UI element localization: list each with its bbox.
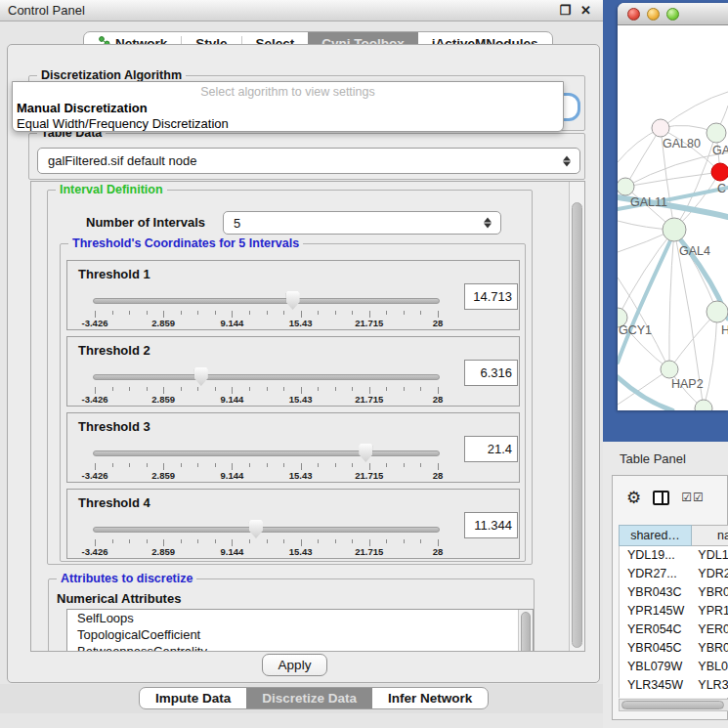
network-node-c[interactable] — [711, 163, 728, 181]
table-row[interactable]: YDR27...YDR2 — [620, 565, 728, 583]
discretization-algorithm-title: Discretization Algorithm — [37, 68, 186, 82]
slider-tick — [112, 539, 113, 543]
network-node-gal4[interactable] — [663, 218, 686, 241]
combo-spinner-icon — [484, 218, 492, 229]
cell-name[interactable]: YDL1 — [692, 546, 728, 565]
table-row[interactable]: YIL052CYIL0 — [620, 695, 728, 698]
cell-shared-name[interactable]: YIL052C — [620, 695, 692, 698]
algorithm-dropdown-popup: Select algorithm to view settings Manual… — [12, 81, 564, 132]
cell-name[interactable]: YBL0 — [692, 658, 728, 676]
close-window-icon[interactable]: ✕ — [580, 3, 591, 18]
combo-spinner-icon — [563, 155, 571, 166]
threshold-value-field[interactable]: 11.344 — [464, 512, 518, 538]
list-scrollbar[interactable] — [518, 610, 533, 652]
menu-item-equal-width-frequency[interactable]: Equal Width/Frequency Discretization — [17, 116, 229, 131]
slider-tick — [438, 463, 439, 470]
table-data-combobox[interactable]: galFiltered.sif default node — [37, 148, 580, 174]
table-row[interactable]: YPR145WYPR1 — [620, 602, 728, 621]
cell-shared-name[interactable]: YBR043C — [620, 583, 692, 602]
table-row[interactable]: YBR043CYBR0 — [620, 583, 728, 602]
table-header-row: shared… na — [619, 525, 728, 546]
slider-tick — [181, 463, 182, 467]
menu-item-manual-discretization[interactable]: Manual Discretization — [17, 101, 148, 115]
table-row[interactable]: YLR345WYLR3 — [620, 676, 728, 695]
network-edge — [669, 230, 674, 369]
network-node-ga[interactable] — [707, 123, 726, 143]
cell-shared-name[interactable]: YBR045C — [620, 639, 692, 658]
table-hscrollbar-thumb[interactable] — [621, 701, 724, 709]
table-row[interactable]: YBL079WYBL0 — [620, 658, 728, 676]
slider-tick — [318, 311, 319, 315]
slider-tick — [267, 539, 268, 543]
tab-impute-data[interactable]: Impute Data — [140, 688, 246, 708]
settings-scrollbar[interactable] — [569, 182, 584, 651]
table-hscrollbar[interactable] — [619, 699, 728, 711]
cell-name[interactable]: YIL0 — [692, 695, 728, 698]
mac-close-icon[interactable] — [627, 8, 640, 21]
network-window-titlebar[interactable] — [618, 3, 728, 25]
slider-scale-label: 28 — [433, 546, 444, 557]
slider-handle[interactable] — [286, 291, 300, 310]
cell-name[interactable]: YDR2 — [692, 565, 728, 583]
attribute-list-item[interactable]: SelfLoops — [67, 610, 533, 626]
table-row[interactable]: YER054CYER0 — [620, 621, 728, 639]
slider-tick — [283, 311, 284, 315]
slider-track[interactable] — [93, 450, 440, 456]
slider-tick — [301, 387, 302, 394]
tab-discretize-data[interactable]: Discretize Data — [246, 688, 372, 708]
slider-tick — [197, 311, 198, 315]
cell-name[interactable]: YBR0 — [692, 639, 728, 658]
cell-name[interactable]: YER0 — [692, 621, 728, 639]
network-node-gal80[interactable] — [652, 119, 669, 137]
network-window[interactable]: GAL80GACGAL11GAL4GCY1HHAP2 — [618, 3, 728, 410]
threshold-value-field[interactable]: 6.316 — [464, 360, 518, 386]
apply-button[interactable]: Apply — [262, 654, 327, 676]
column-view-icon[interactable] — [653, 491, 669, 505]
threshold-value-field[interactable]: 21.4 — [464, 436, 518, 462]
settings-scrollbar-thumb[interactable] — [572, 202, 582, 648]
table-row[interactable]: YBR045CYBR0 — [620, 639, 728, 658]
mac-minimize-icon[interactable] — [647, 8, 660, 21]
list-scrollbar-thumb[interactable] — [521, 612, 531, 652]
attribute-list-item[interactable]: TopologicalCoefficient — [67, 626, 533, 643]
cell-name[interactable]: YPR1 — [692, 602, 728, 621]
cell-shared-name[interactable]: YDL19... — [620, 546, 692, 565]
cell-name[interactable]: YBR0 — [692, 583, 728, 602]
column-header-shared-name[interactable]: shared… — [619, 525, 692, 546]
number-of-intervals-combobox[interactable]: 5 — [223, 211, 501, 235]
cell-name[interactable]: YLR3 — [692, 676, 728, 695]
table-data-value: galFiltered.sif default node — [48, 153, 196, 168]
gear-icon[interactable]: ⚙ — [626, 490, 641, 506]
slider-handle[interactable] — [194, 367, 208, 386]
tab-infer-network[interactable]: Infer Network — [372, 688, 488, 708]
slider-tick — [129, 387, 130, 391]
slider-handle[interactable] — [359, 444, 372, 462]
slider-tick — [249, 311, 250, 315]
slider-track[interactable] — [93, 527, 440, 533]
cell-shared-name[interactable]: YBL079W — [620, 658, 692, 676]
checkbox-icons[interactable]: ☑☑ — [681, 491, 705, 504]
column-header-name[interactable]: na — [692, 525, 728, 546]
threshold-value-field[interactable]: 14.713 — [464, 283, 518, 310]
mac-zoom-icon[interactable] — [666, 8, 679, 21]
cell-shared-name[interactable]: YDR27... — [620, 565, 692, 583]
slider-handle[interactable] — [249, 520, 263, 538]
slider-tick — [352, 463, 353, 467]
network-canvas[interactable]: GAL80GACGAL11GAL4GCY1HHAP2 — [618, 25, 728, 410]
cell-shared-name[interactable]: YLR345W — [620, 676, 692, 695]
slider-track[interactable] — [93, 298, 440, 304]
thresholds-group: Threshold's Coordinates for 5 Intervals … — [60, 243, 526, 562]
network-node-hap2[interactable] — [661, 361, 678, 378]
cell-shared-name[interactable]: YPR145W — [620, 602, 692, 621]
table-row[interactable]: YDL19...YDL1 — [620, 546, 728, 565]
network-node[interactable] — [695, 400, 712, 410]
numerical-attributes-list[interactable]: SelfLoopsTopologicalCoefficientBetweenne… — [66, 609, 534, 652]
network-edge — [669, 312, 717, 369]
network-node-h[interactable] — [707, 301, 728, 322]
network-node-gal11[interactable] — [618, 178, 634, 195]
settings-scrollpane: Interval Definition Number of Intervals … — [30, 181, 585, 652]
slider-track[interactable] — [93, 374, 440, 380]
cell-shared-name[interactable]: YER054C — [620, 621, 692, 639]
attribute-list-item[interactable]: BetweennessCentrality — [67, 643, 533, 652]
float-window-icon[interactable]: ❐ — [559, 3, 571, 18]
